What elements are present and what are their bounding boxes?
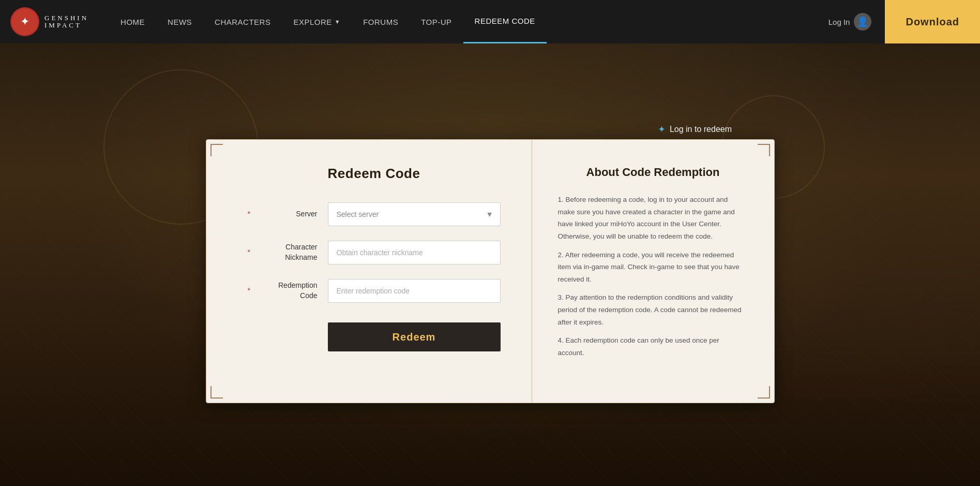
- server-select-wrapper: Select server ▼: [328, 202, 501, 226]
- form-title: Redeem Code: [248, 166, 501, 182]
- code-input[interactable]: [328, 279, 501, 303]
- nickname-label: * Character Nickname: [248, 242, 328, 262]
- nav-links: HOME NEWS CHARACTERS EXPLORE ▼ FORUMS TO…: [99, 0, 820, 43]
- nav-home[interactable]: HOME: [109, 0, 156, 43]
- log-in-redeem[interactable]: ✦ Log in to redeem: [658, 124, 732, 135]
- about-point-1: 1. Before redeeming a code, log in to yo…: [558, 194, 743, 243]
- code-label: * Redemption Code: [248, 281, 328, 301]
- nickname-row: * Character Nickname: [248, 241, 501, 264]
- submit-row: Redeem: [328, 317, 501, 351]
- nav-right: Log In 👤 Download: [820, 0, 980, 43]
- server-select[interactable]: Select server: [328, 202, 501, 226]
- server-row: * Server Select server ▼: [248, 202, 501, 226]
- logo-icon: ✦: [10, 7, 39, 36]
- star-icon: ✦: [658, 124, 666, 135]
- redeem-form-panel: Redeem Code * Server Select server ▼ *: [206, 140, 532, 403]
- nav-redeem-code[interactable]: REDEEM CODE: [463, 0, 547, 43]
- corner-tl: [210, 144, 223, 156]
- nickname-required: *: [248, 247, 250, 258]
- logo-text: GENSHIN IMPACT: [44, 14, 88, 30]
- nav-characters[interactable]: CHARACTERS: [203, 0, 282, 43]
- download-button[interactable]: Download: [885, 0, 980, 43]
- hero-section: ✦ Log in to redeem Redeem Code * Server …: [0, 43, 980, 486]
- about-panel: About Code Redemption 1. Before redeemin…: [532, 140, 774, 403]
- redeem-button[interactable]: Redeem: [328, 322, 501, 351]
- code-required: *: [248, 286, 250, 296]
- corner-bl: [210, 386, 223, 399]
- about-point-4: 4. Each redemption code can only be used…: [558, 334, 743, 359]
- required-marker: *: [248, 209, 250, 219]
- nav-explore[interactable]: EXPLORE ▼: [282, 0, 352, 43]
- nav-news[interactable]: NEWS: [156, 0, 203, 43]
- explore-chevron-icon: ▼: [335, 19, 340, 25]
- login-button[interactable]: Log In 👤: [820, 13, 880, 31]
- logo[interactable]: ✦ GENSHIN IMPACT: [0, 7, 99, 36]
- nav-forums[interactable]: FORUMS: [352, 0, 410, 43]
- nickname-input[interactable]: [328, 241, 501, 264]
- about-title: About Code Redemption: [558, 166, 748, 179]
- main-panel: Redeem Code * Server Select server ▼ *: [206, 139, 775, 403]
- code-row: * Redemption Code: [248, 279, 501, 303]
- user-avatar-icon: 👤: [854, 13, 871, 31]
- about-point-2: 2. After redeeming a code, you will rece…: [558, 249, 743, 286]
- navbar: ✦ GENSHIN IMPACT HOME NEWS CHARACTERS EX…: [0, 0, 980, 43]
- about-point-3: 3. Pay attention to the redemption condi…: [558, 291, 743, 328]
- about-content: 1. Before redeeming a code, log in to yo…: [558, 194, 748, 365]
- nav-topup[interactable]: TOP-UP: [410, 0, 463, 43]
- server-label: * Server: [248, 209, 328, 219]
